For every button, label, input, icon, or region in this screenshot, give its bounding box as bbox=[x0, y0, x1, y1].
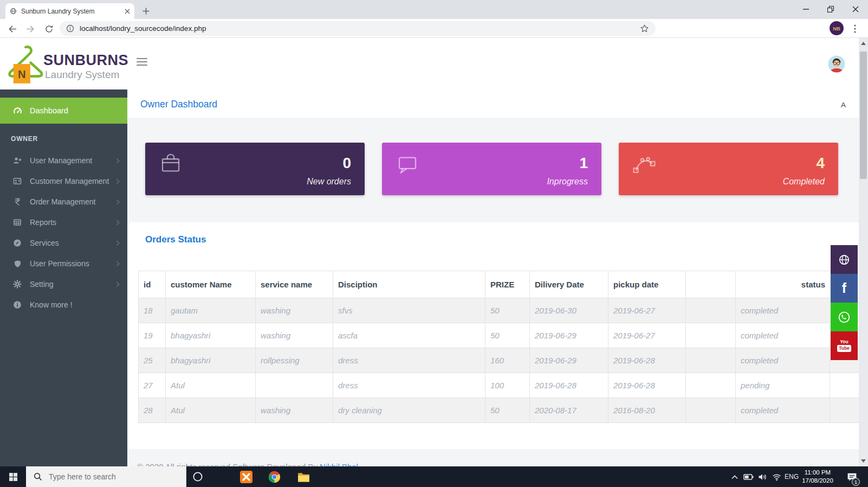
cell-pickup-date: 2019-06-28 bbox=[608, 348, 686, 373]
sidebar-item-know-more[interactable]: Know more ! bbox=[0, 294, 127, 315]
id-card-icon bbox=[12, 177, 23, 185]
page-info-icon[interactable] bbox=[66, 24, 74, 33]
table-row: 28 Atul washing dry cleaning 50 2020-08-… bbox=[139, 398, 859, 423]
volume-icon[interactable] bbox=[755, 466, 769, 487]
app-logo[interactable]: N bbox=[5, 40, 43, 88]
chat-icon bbox=[395, 151, 420, 177]
sidebar-item-order-management[interactable]: Order Management bbox=[0, 191, 127, 212]
language-indicator[interactable]: ENG bbox=[783, 466, 800, 487]
battery-icon[interactable] bbox=[741, 466, 755, 487]
social-rail: f You Tube bbox=[831, 245, 858, 360]
sidebar-item-user-permissions[interactable]: User Permissions bbox=[0, 253, 127, 274]
cell-customer: bhagyashri bbox=[166, 348, 256, 373]
cortana-button[interactable] bbox=[186, 466, 210, 487]
sidebar-item-reports[interactable]: Reports bbox=[0, 212, 127, 233]
cell-pickup-date: 2019-06-27 bbox=[608, 298, 686, 323]
chevron-right-icon bbox=[116, 158, 120, 164]
cell-pickup-date: 2016-08-20 bbox=[608, 398, 686, 423]
browser-menu-icon[interactable] bbox=[847, 21, 863, 36]
sidebar-section-label: OWNER bbox=[11, 135, 38, 143]
shield-icon bbox=[12, 260, 23, 268]
action-center-button[interactable] bbox=[841, 466, 863, 487]
stat-value: 0 bbox=[342, 155, 351, 172]
column-header: service name bbox=[256, 271, 333, 298]
compass-icon bbox=[12, 239, 23, 247]
page-title: Owner Dashboard bbox=[140, 99, 217, 110]
cell-status: completed bbox=[736, 323, 830, 348]
sidebar-item-label: Know more ! bbox=[30, 300, 73, 309]
bookmark-star-icon[interactable] bbox=[640, 24, 649, 33]
youtube-button[interactable]: You Tube bbox=[831, 331, 858, 360]
chevron-right-icon bbox=[116, 220, 120, 226]
browser-tab[interactable]: Sunburn Laundry System bbox=[5, 3, 134, 19]
reload-button[interactable] bbox=[41, 21, 56, 36]
scroll-up-icon[interactable] bbox=[859, 39, 868, 48]
cell-status: pending bbox=[736, 373, 830, 398]
window-close-button[interactable] bbox=[843, 0, 868, 18]
screen: Sunburn Laundry System bbox=[0, 0, 868, 487]
globe-social-button[interactable] bbox=[831, 245, 858, 274]
new-tab-button[interactable] bbox=[140, 5, 152, 17]
sidebar-item-label: Customer Management bbox=[30, 177, 109, 185]
orders-panel: Orders Status id customer Name service n… bbox=[127, 222, 859, 449]
wifi-icon[interactable] bbox=[769, 466, 783, 487]
file-explorer-button[interactable] bbox=[292, 466, 315, 487]
table-icon bbox=[12, 218, 23, 227]
window-minimize-button[interactable] bbox=[793, 0, 818, 18]
chrome-button[interactable] bbox=[262, 466, 286, 487]
whatsapp-button[interactable] bbox=[831, 303, 858, 331]
cell-empty bbox=[830, 373, 859, 398]
tab-close-icon[interactable] bbox=[125, 9, 130, 14]
cell-prize: 50 bbox=[485, 323, 530, 348]
windows-taskbar: ENG 11:00 PM 17/08/2020 bbox=[0, 466, 868, 487]
cell-status: completed bbox=[736, 398, 830, 423]
address-bar[interactable]: localhost/londry_sourcecode/index.php bbox=[60, 21, 656, 36]
cell-delivery-date: 2019-06-28 bbox=[530, 373, 608, 398]
browser-profile-avatar[interactable]: NB bbox=[830, 21, 844, 35]
stat-card-completed: 4 Completed bbox=[619, 143, 838, 195]
facebook-button[interactable]: f bbox=[831, 274, 858, 303]
logo-badge-letter: N bbox=[18, 68, 26, 80]
globe-icon bbox=[838, 254, 850, 266]
cell-pickup-date: 2019-06-28 bbox=[608, 373, 686, 398]
taskbar-search[interactable] bbox=[26, 466, 186, 487]
hamburger-menu-icon[interactable] bbox=[137, 58, 147, 67]
info-icon bbox=[12, 300, 23, 309]
window-restore-button[interactable] bbox=[818, 0, 843, 18]
page-scrollbar[interactable] bbox=[859, 38, 868, 466]
taskbar-search-input[interactable] bbox=[48, 472, 169, 482]
stat-card-new-orders: 0 New orders bbox=[145, 143, 365, 195]
cell-prize: 50 bbox=[485, 298, 530, 323]
table-row: 27 Atul dress 100 2019-06-28 2019-06-28 … bbox=[139, 373, 859, 398]
column-header: Disciption bbox=[333, 271, 485, 298]
sidebar-item-dashboard[interactable]: Dashboard bbox=[0, 98, 127, 124]
window-controls bbox=[793, 0, 868, 18]
brand-name: SUNBURNS bbox=[43, 52, 128, 69]
sidebar-item-label: Dashboard bbox=[30, 106, 68, 115]
url-text[interactable]: localhost/londry_sourcecode/index.php bbox=[80, 24, 640, 33]
cell-description: dress bbox=[333, 373, 485, 398]
sidebar-item-user-management[interactable]: User Management bbox=[0, 150, 127, 171]
forward-button[interactable] bbox=[23, 21, 38, 36]
cell-prize: 100 bbox=[485, 373, 530, 398]
start-button[interactable] bbox=[0, 466, 26, 487]
user-avatar[interactable] bbox=[828, 55, 845, 73]
clock[interactable]: 11:00 PM 17/08/2020 bbox=[799, 469, 837, 485]
sidebar-item-services[interactable]: Services bbox=[0, 233, 127, 253]
youtube-icon: You bbox=[840, 339, 848, 344]
cell-empty bbox=[686, 323, 736, 348]
whatsapp-icon bbox=[837, 310, 851, 324]
sidebar-item-label: User Permissions bbox=[30, 259, 89, 268]
cell-empty bbox=[686, 348, 736, 373]
back-button[interactable] bbox=[4, 21, 20, 36]
xampp-button[interactable] bbox=[234, 466, 258, 487]
stat-card-inprogress: 1 Inprogress bbox=[382, 143, 601, 195]
sidebar-item-customer-management[interactable]: Customer Management bbox=[0, 171, 127, 191]
tray-chevron-up-icon[interactable] bbox=[728, 466, 741, 487]
browser-toolbar: localhost/londry_sourcecode/index.php NB bbox=[0, 19, 868, 38]
cell-delivery-date: 2019-06-29 bbox=[530, 323, 608, 348]
sidebar-item-setting[interactable]: Setting bbox=[0, 274, 127, 294]
scrollbar-thumb[interactable] bbox=[860, 52, 867, 179]
cell-id: 19 bbox=[139, 323, 166, 348]
scroll-down-icon[interactable] bbox=[859, 457, 868, 465]
